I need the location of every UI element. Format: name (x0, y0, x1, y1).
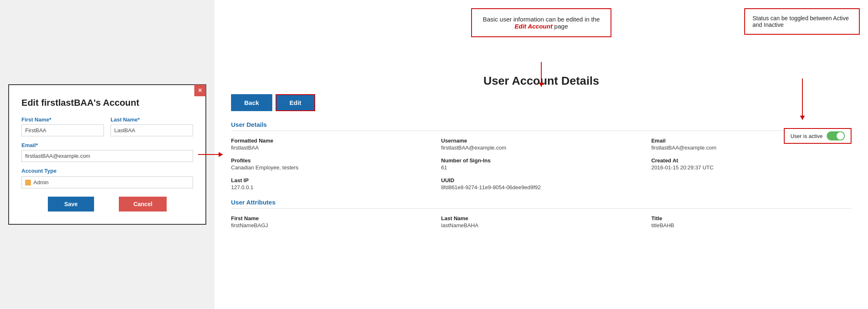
account-type-icon (25, 180, 31, 185)
modal-panel: × Edit firstlastBAA's Account First Name… (0, 0, 215, 309)
first-name-label: First Name* (21, 116, 104, 123)
sign-ins-item: Number of Sign-Ins 61 (441, 157, 641, 171)
callout-down-arrow (541, 62, 542, 87)
attr-first-name-item: First Name firstNameBAGJ (231, 215, 431, 228)
toggle-knob (837, 132, 844, 140)
first-name-input[interactable] (21, 124, 104, 136)
name-row: First Name* Last Name* (21, 116, 193, 136)
uuid-label: UUID (441, 177, 641, 183)
cancel-button[interactable]: Cancel (119, 197, 167, 212)
attr-first-name-label: First Name (231, 215, 431, 221)
attr-last-name-item: Last Name lastNameBAHA (441, 215, 641, 228)
callout-text-before: Basic user information can be edited in … (483, 16, 600, 23)
profiles-value: Canadian Employee, testers (231, 164, 431, 171)
edit-button[interactable]: Edit (276, 94, 315, 111)
uuid-value: 8fd861e8-9274-11e9-8054-06dee9ed9f92 (441, 184, 641, 190)
account-type-box: Admin (21, 176, 193, 188)
formatted-name-item: Formatted Name firstlastBAA (231, 138, 431, 151)
email-detail-value: firstlastBAA@example.com (651, 145, 851, 151)
username-label: Username (441, 138, 641, 144)
main-panel: Basic user information can be edited in … (215, 0, 868, 309)
user-details-section: User Details Formatted Name firstlastBAA… (231, 121, 851, 190)
email-group: Email* (21, 142, 193, 162)
user-details-header: User Details (231, 121, 851, 131)
formatted-name-label: Formatted Name (231, 138, 431, 144)
last-name-label: Last Name* (111, 116, 193, 123)
modal-close-button[interactable]: × (194, 85, 206, 96)
sign-ins-label: Number of Sign-Ins (441, 157, 641, 164)
profiles-label: Profiles (231, 157, 431, 164)
first-name-group: First Name* (21, 116, 104, 136)
callout-text-after: page (552, 23, 568, 30)
username-value: firstlastBAA@example.com (441, 145, 641, 151)
attr-last-name-label: Last Name (441, 215, 641, 221)
last-name-input[interactable] (111, 124, 193, 136)
account-type-section: Account Type Admin (21, 168, 193, 188)
user-details-grid: Formatted Name firstlastBAA Username fir… (231, 138, 851, 190)
created-at-value: 2016-01-15 20:29:37 UTC (651, 164, 851, 171)
email-row: Email* (21, 142, 193, 162)
user-attributes-grid: First Name firstNameBAGJ Last Name lastN… (231, 215, 851, 228)
callout-highlight: Edit Account (514, 23, 552, 30)
user-attributes-header: User Attributes (231, 199, 851, 209)
last-ip-label: Last IP (231, 177, 431, 183)
sign-ins-value: 61 (441, 164, 641, 171)
created-at-label: Created At (651, 157, 851, 164)
attr-title-label: Title (651, 215, 851, 221)
account-type-label: Account Type (21, 168, 193, 174)
status-badge-area: User is active (784, 128, 851, 144)
user-attributes-section: User Attributes First Name firstNameBAGJ… (231, 199, 851, 228)
uuid-item: UUID 8fd861e8-9274-11e9-8054-06dee9ed9f9… (441, 177, 641, 190)
callout-top: Basic user information can be edited in … (471, 8, 611, 37)
modal-title: Edit firstlastBAA's Account (21, 97, 193, 108)
status-toggle[interactable] (827, 131, 845, 140)
email-label: Email* (21, 142, 193, 148)
callout-right-text: Status can be toggled between Active and… (752, 15, 849, 28)
action-buttons: Back Edit (231, 94, 851, 111)
modal-box: × Edit firstlastBAA's Account First Name… (8, 84, 206, 225)
modal-buttons: Save Cancel (21, 197, 193, 212)
account-type-value: Admin (33, 179, 49, 185)
last-name-group: Last Name* (111, 116, 193, 136)
last-ip-item: Last IP 127.0.0.1 (231, 177, 431, 190)
callout-right-arrow (802, 78, 803, 120)
attr-last-name-value: lastNameBAHA (441, 222, 641, 228)
back-button[interactable]: Back (231, 94, 272, 111)
formatted-name-value: firstlastBAA (231, 145, 431, 151)
status-label: User is active (790, 133, 823, 139)
attr-first-name-value: firstNameBAGJ (231, 222, 431, 228)
username-item: Username firstlastBAA@example.com (441, 138, 641, 151)
page-wrapper: × Edit firstlastBAA's Account First Name… (0, 0, 868, 309)
created-at-item: Created At 2016-01-15 20:29:37 UTC (651, 157, 851, 171)
save-button[interactable]: Save (48, 197, 94, 212)
last-ip-value: 127.0.0.1 (231, 184, 431, 190)
attr-title-item: Title titleBAHB (651, 215, 851, 228)
profiles-item: Profiles Canadian Employee, testers (231, 157, 431, 171)
email-input[interactable] (21, 150, 193, 162)
attr-title-value: titleBAHB (651, 222, 851, 228)
modal-arrow (198, 154, 223, 155)
callout-right: Status can be toggled between Active and… (744, 8, 860, 35)
